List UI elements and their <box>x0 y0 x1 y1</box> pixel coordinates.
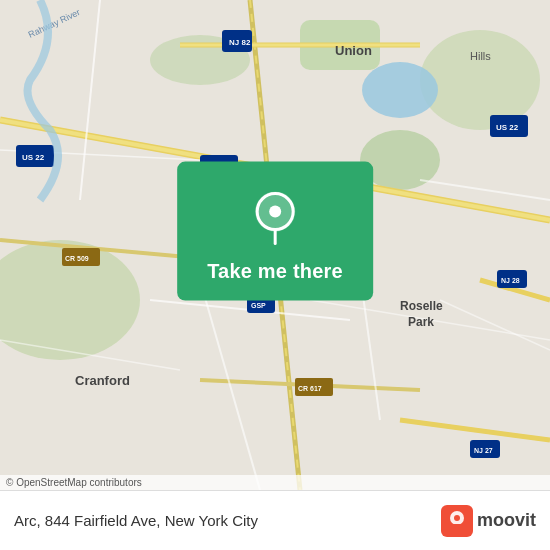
svg-text:GSP: GSP <box>251 302 266 309</box>
cta-label: Take me there <box>207 260 343 283</box>
svg-point-6 <box>362 62 438 118</box>
address-text: Arc, 844 Fairfield Ave, New York City <box>14 512 441 529</box>
svg-text:US 22: US 22 <box>496 123 519 132</box>
svg-text:Cranford: Cranford <box>75 373 130 388</box>
footer: Arc, 844 Fairfield Ave, New York City mo… <box>0 490 550 550</box>
copyright-text: © OpenStreetMap contributors <box>0 475 550 490</box>
svg-text:Roselle: Roselle <box>400 299 443 313</box>
svg-text:Park: Park <box>408 315 434 329</box>
map-container: US 22 US 22 NJ 82 GSP CR 509 NJ 28 NJ 27… <box>0 0 550 490</box>
svg-text:NJ 82: NJ 82 <box>229 38 251 47</box>
svg-text:Hills: Hills <box>470 50 491 62</box>
location-pin-icon <box>252 192 298 248</box>
svg-text:NJ 28: NJ 28 <box>501 277 520 284</box>
svg-text:CR 617: CR 617 <box>298 385 322 392</box>
svg-text:CR 509: CR 509 <box>65 255 89 262</box>
take-me-there-button[interactable]: Take me there <box>177 162 373 301</box>
svg-text:NJ 27: NJ 27 <box>474 447 493 454</box>
svg-point-52 <box>269 206 281 218</box>
moovit-icon <box>441 505 473 537</box>
svg-text:US 22: US 22 <box>22 153 45 162</box>
moovit-wordmark: moovit <box>477 510 536 531</box>
moovit-logo: moovit <box>441 505 536 537</box>
svg-text:Union: Union <box>335 43 372 58</box>
svg-point-55 <box>454 515 460 521</box>
